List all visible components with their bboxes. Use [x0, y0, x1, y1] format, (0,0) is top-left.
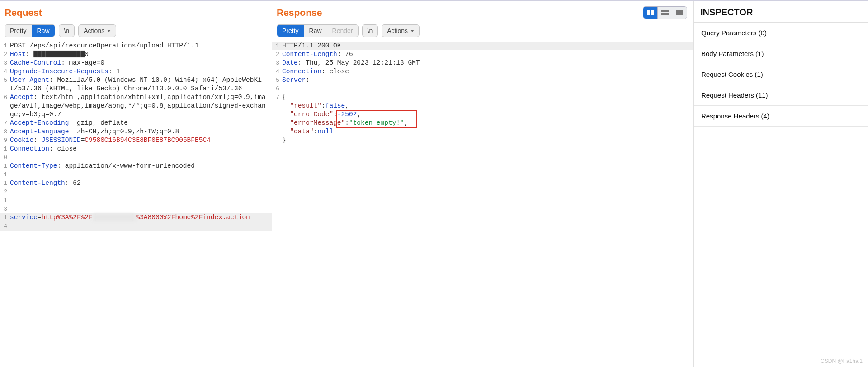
code-line[interactable]: 8Accept-Language: zh-CN,zh;q=0.9,zh-TW;q…	[0, 127, 272, 136]
response-code-area[interactable]: 1HTTP/1.1 200 OK2Content-Length: 763Date…	[272, 41, 693, 367]
code-line[interactable]: 6	[272, 85, 693, 93]
svg-rect-2	[661, 10, 669, 12]
chevron-down-icon	[107, 30, 111, 32]
request-code-area[interactable]: 1POST /eps/api/resourceOperations/upload…	[0, 41, 272, 367]
inspector-item[interactable]: Response Headers (4)	[694, 106, 868, 127]
inspector-item[interactable]: Request Cookies (1)	[694, 64, 868, 85]
response-render-tab[interactable]: Render	[327, 25, 358, 37]
layout-switch	[643, 6, 687, 19]
response-newline-toggle[interactable]: \n	[362, 24, 378, 37]
request-raw-tab[interactable]: Raw	[32, 25, 55, 37]
request-header: Request	[0, 1, 272, 23]
code-line[interactable]: 5User-Agent: Mozilla/5.0 (Windows NT 10.…	[0, 76, 272, 93]
watermark: CSDN @Fa1hai1	[821, 358, 863, 364]
request-newline-toggle[interactable]: \n	[59, 24, 75, 37]
response-title: Response	[277, 7, 322, 18]
code-line[interactable]: 4Upgrade-Insecure-Requests: 1	[0, 67, 272, 76]
response-actions-label: Actions	[387, 27, 408, 34]
code-line[interactable]: 11Content-Type: application/x-www-form-u…	[0, 162, 272, 179]
inspector-item[interactable]: Body Parameters (1)	[694, 43, 868, 64]
inspector-item[interactable]: Request Headers (11)	[694, 85, 868, 106]
svg-rect-0	[647, 10, 650, 15]
request-pretty-tab[interactable]: Pretty	[5, 25, 32, 37]
svg-rect-1	[651, 10, 654, 15]
code-line[interactable]: 12Content-Length: 62	[0, 179, 272, 196]
code-line[interactable]: 4Connection: close	[272, 67, 693, 76]
code-line[interactable]: 14service=http%3A%2F%2F███████████%3A800…	[0, 213, 272, 231]
code-line[interactable]: 3Cache-Control: max-age=0	[0, 59, 272, 67]
inspector-list: Query Parameters (0)Body Parameters (1)R…	[694, 23, 868, 127]
response-actions-menu[interactable]: Actions	[382, 24, 420, 37]
request-toolbar: Pretty Raw \n Actions	[0, 23, 272, 41]
code-line[interactable]: 9Cookie: JSESSIONID=C9580C16B94C3E8BF0E8…	[0, 136, 272, 145]
request-actions-label: Actions	[84, 27, 104, 34]
response-pane: Response Pretty Raw Render \n Actions 1H…	[272, 1, 694, 367]
code-line[interactable]: 6Accept: text/html,application/xhtml+xml…	[0, 93, 272, 119]
code-line[interactable]: 1HTTP/1.1 200 OK	[272, 42, 693, 50]
code-line[interactable]: 1POST /eps/api/resourceOperations/upload…	[0, 42, 272, 50]
code-line[interactable]: 7{ "result":false, "errorCode":-2502, "e…	[272, 93, 693, 145]
response-header: Response	[272, 1, 693, 23]
layout-rows-button[interactable]	[658, 7, 672, 19]
code-line[interactable]: 13	[0, 196, 272, 213]
code-line[interactable]: 5Server:	[272, 76, 693, 85]
response-viewmode-group: Pretty Raw Render	[277, 24, 359, 37]
response-toolbar: Pretty Raw Render \n Actions	[272, 23, 693, 41]
code-line[interactable]: 3Date: Thu, 25 May 2023 12:21:13 GMT	[272, 59, 693, 67]
code-line[interactable]: 10Connection: close	[0, 145, 272, 162]
request-title: Request	[5, 7, 42, 18]
layout-single-button[interactable]	[672, 7, 687, 19]
request-pane: Request Pretty Raw \n Actions 1POST /eps…	[0, 1, 272, 367]
svg-rect-3	[661, 13, 669, 15]
inspector-title: INSPECTOR	[694, 1, 868, 23]
code-line[interactable]: 2Content-Length: 76	[272, 50, 693, 59]
request-viewmode-group: Pretty Raw	[5, 24, 55, 37]
code-line[interactable]: 7Accept-Encoding: gzip, deflate	[0, 119, 272, 127]
request-actions-menu[interactable]: Actions	[78, 24, 116, 37]
layout-columns-button[interactable]	[643, 7, 658, 19]
svg-rect-4	[676, 10, 683, 15]
chevron-down-icon	[410, 30, 414, 32]
inspector-pane: INSPECTOR Query Parameters (0)Body Param…	[694, 1, 868, 367]
response-pretty-tab[interactable]: Pretty	[277, 25, 304, 37]
response-raw-tab[interactable]: Raw	[304, 25, 327, 37]
inspector-item[interactable]: Query Parameters (0)	[694, 23, 868, 43]
code-line[interactable]: 2Host: █████████████0	[0, 50, 272, 59]
